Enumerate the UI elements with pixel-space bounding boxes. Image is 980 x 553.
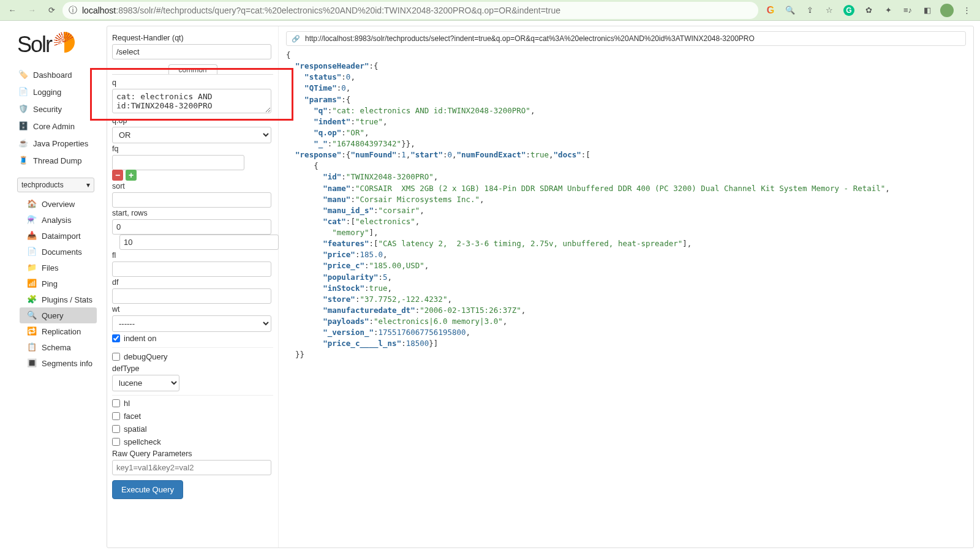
hl-label: hl: [124, 399, 130, 408]
forward-button[interactable]: →: [23, 2, 40, 19]
import-icon: 📥: [27, 231, 37, 241]
nav-security[interactable]: 🛡️Security: [0, 100, 100, 118]
hl-checkbox[interactable]: [112, 399, 120, 407]
execute-query-button[interactable]: Execute Query: [112, 480, 183, 499]
subnav-label: Plugins / Stats: [42, 295, 92, 304]
ping-icon: 📶: [27, 279, 37, 288]
qop-select[interactable]: OR: [112, 127, 271, 143]
subnav-replication[interactable]: 🔁Replication: [0, 323, 100, 339]
address-port: :8983: [116, 6, 137, 15]
spatial-label: spatial: [124, 424, 147, 434]
fq-label: fq: [112, 145, 273, 153]
nav-core-admin[interactable]: 🗄️Core Admin: [0, 118, 100, 135]
logo-text: Solr: [17, 32, 51, 58]
playlist-icon[interactable]: ≡♪: [900, 3, 915, 18]
subnav-documents[interactable]: 📄Documents: [0, 244, 100, 260]
nav-label: Dashboard: [33, 70, 72, 80]
qt-input[interactable]: [112, 44, 271, 59]
plugin-icon: 🧩: [27, 295, 37, 304]
sidepanel-icon[interactable]: ◧: [920, 3, 935, 18]
subnav-schema[interactable]: 📋Schema: [0, 339, 100, 355]
qop-label: q.op: [112, 116, 273, 125]
stack-icon: 🗄️: [18, 121, 28, 131]
kebab-menu-icon[interactable]: ⋮: [959, 3, 974, 18]
facet-checkbox[interactable]: [112, 412, 120, 420]
indent-label: indent on: [124, 334, 157, 343]
schema-icon: 📋: [27, 342, 37, 352]
rows-input[interactable]: [119, 235, 279, 250]
shield-icon: 🛡️: [18, 104, 28, 114]
debugquery-checkbox[interactable]: [112, 353, 120, 361]
grammarly-icon[interactable]: G: [842, 3, 856, 18]
raw-params-input[interactable]: [112, 460, 271, 475]
profile-avatar[interactable]: [940, 3, 954, 18]
doc-icon: 📄: [27, 247, 37, 257]
nav-dashboard[interactable]: 🏷️Dashboard: [0, 66, 100, 83]
df-input[interactable]: [112, 288, 271, 304]
address-host: localhost: [82, 6, 116, 15]
subnav-plugins[interactable]: 🧩Plugins / Stats: [0, 292, 100, 307]
fq-remove-button[interactable]: −: [112, 170, 123, 181]
reload-button[interactable]: ⟳: [43, 2, 60, 19]
thread-icon: 🧵: [18, 156, 28, 165]
fq-add-button[interactable]: +: [126, 170, 137, 181]
subnav-dataimport[interactable]: 📥Dataimport: [0, 228, 100, 244]
sort-input[interactable]: [112, 192, 271, 208]
google-icon[interactable]: G: [763, 3, 778, 18]
nav-label: Core Admin: [33, 122, 75, 131]
segments-icon: 🔳: [27, 358, 37, 368]
start-input[interactable]: [112, 219, 271, 235]
subnav-label: Segments info: [42, 359, 92, 368]
subnav-segments[interactable]: 🔳Segments info: [0, 355, 100, 371]
spellcheck-checkbox[interactable]: [112, 438, 120, 446]
address-path: /solr/#/techproducts/query?q=cat:%20elec…: [137, 6, 560, 15]
subnav-files[interactable]: 📁Files: [0, 260, 100, 276]
left-sidebar: Solr 🏷️Dashboard 📄Logging 🛡️Security 🗄️C…: [0, 21, 100, 553]
fl-input[interactable]: [112, 261, 271, 277]
nav-java-properties[interactable]: ☕Java Properties: [0, 135, 100, 152]
subnav-ping[interactable]: 📶Ping: [0, 276, 100, 292]
result-url-bar[interactable]: 🔗 http://localhost:8983/solr/techproduct…: [286, 31, 966, 46]
spatial-checkbox[interactable]: [112, 425, 120, 433]
q-input[interactable]: [112, 89, 271, 113]
deftype-label: defType: [112, 364, 273, 373]
subnav-label: Documents: [42, 247, 82, 257]
share-icon[interactable]: ⇪: [802, 3, 817, 18]
back-button[interactable]: ←: [4, 2, 21, 19]
fq-input[interactable]: [112, 155, 244, 170]
chevron-down-icon: ▾: [86, 181, 90, 189]
subnav-label: Schema: [42, 343, 71, 352]
core-selector-value: techproducts: [21, 181, 64, 189]
subnav-overview[interactable]: 🏠Overview: [0, 196, 100, 212]
q-label: q: [112, 78, 273, 87]
browser-chrome: ← → ⟳ ⓘ localhost:8983/solr/#/techproduc…: [0, 0, 980, 21]
site-info-icon[interactable]: ⓘ: [69, 5, 77, 16]
nav-label: Thread Dump: [33, 156, 81, 165]
wt-select[interactable]: ------: [112, 315, 271, 332]
bookmark-icon[interactable]: ☆: [822, 3, 837, 18]
subnav-label: Files: [42, 263, 58, 273]
replication-icon: 🔁: [27, 326, 37, 336]
results-panel: 🔗 http://localhost:8983/solr/techproduct…: [279, 26, 973, 547]
qt-label: Request-Handler (qt): [112, 34, 273, 42]
sun-icon: [54, 32, 75, 53]
subnav-analysis[interactable]: ⚗️Analysis: [0, 212, 100, 228]
subnav-label: Query: [42, 311, 63, 320]
subnav-query[interactable]: 🔍Query: [20, 307, 97, 323]
settings-gear-icon[interactable]: ✿: [861, 3, 876, 18]
nav-thread-dump[interactable]: 🧵Thread Dump: [0, 152, 100, 169]
subnav-label: Replication: [42, 327, 81, 336]
extensions-icon[interactable]: ✦: [881, 3, 895, 18]
df-label: df: [112, 278, 273, 287]
search-icon: 🔍: [27, 310, 37, 320]
indent-checkbox[interactable]: [112, 334, 120, 342]
deftype-select[interactable]: lucene: [112, 375, 179, 391]
nav-logging[interactable]: 📄Logging: [0, 83, 100, 100]
gauge-icon: 🏷️: [18, 70, 28, 80]
zoom-icon[interactable]: 🔍: [783, 3, 797, 18]
wt-label: wt: [112, 305, 273, 314]
facet-label: facet: [124, 412, 141, 421]
address-bar[interactable]: ⓘ localhost:8983/solr/#/techproducts/que…: [62, 2, 758, 19]
core-selector[interactable]: techproducts ▾: [17, 178, 94, 192]
common-tab[interactable]: common: [168, 64, 217, 75]
